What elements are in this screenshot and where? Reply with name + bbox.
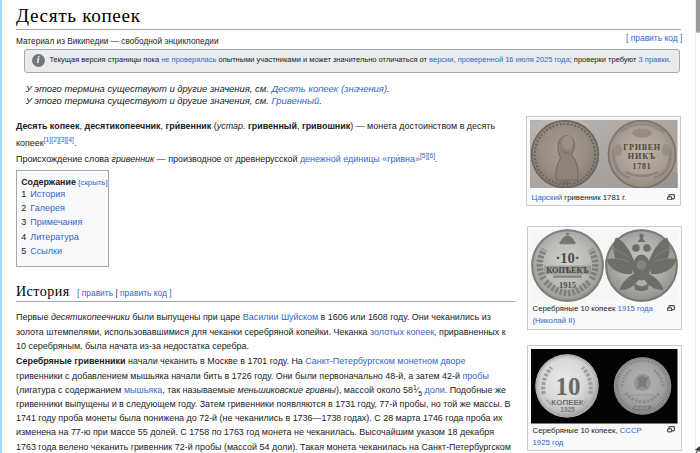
svg-text:СССР: СССР xyxy=(633,405,652,411)
svg-text:ГРИВЕН: ГРИВЕН xyxy=(623,142,661,151)
svg-text:КОПѢЕКЪ: КОПѢЕКЪ xyxy=(546,266,588,275)
svg-text:НИКЪ: НИКЪ xyxy=(628,151,657,160)
svg-text:СПБ: СПБ xyxy=(560,179,570,184)
svg-text:·10·: ·10· xyxy=(555,249,579,265)
svg-text:1781: 1781 xyxy=(632,161,651,170)
svg-text:10: 10 xyxy=(556,373,581,400)
svg-text:1925: 1925 xyxy=(560,406,575,413)
svg-text:1915: 1915 xyxy=(559,279,576,289)
